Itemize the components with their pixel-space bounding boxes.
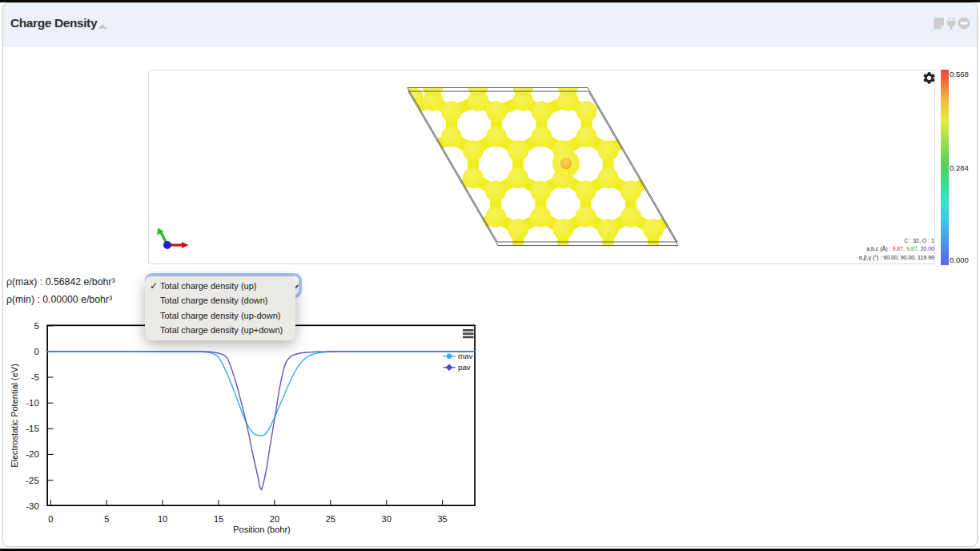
svg-text:-10: -10 (26, 398, 39, 408)
svg-text:30: 30 (382, 514, 392, 524)
svg-text:-30: -30 (26, 501, 39, 511)
svg-text:-25: -25 (26, 476, 39, 485)
svg-text:15: 15 (214, 514, 223, 524)
svg-text:-5: -5 (31, 372, 39, 382)
svg-text:25: 25 (326, 514, 335, 524)
svg-text:-20: -20 (26, 449, 39, 459)
svg-text:mav: mav (458, 352, 472, 360)
svg-text:pav: pav (458, 363, 471, 372)
svg-text:Position (bohr): Position (bohr) (233, 525, 291, 534)
svg-text:Electrostatic Potential (eV): Electrostatic Potential (eV) (10, 364, 19, 468)
svg-text:35: 35 (437, 514, 447, 524)
svg-text:0: 0 (48, 514, 53, 524)
svg-text:0: 0 (34, 347, 38, 356)
svg-text:5: 5 (34, 321, 38, 331)
svg-text:-15: -15 (26, 424, 39, 433)
svg-text:10: 10 (158, 514, 167, 524)
svg-text:5: 5 (104, 514, 109, 524)
svg-text:20: 20 (270, 514, 279, 524)
